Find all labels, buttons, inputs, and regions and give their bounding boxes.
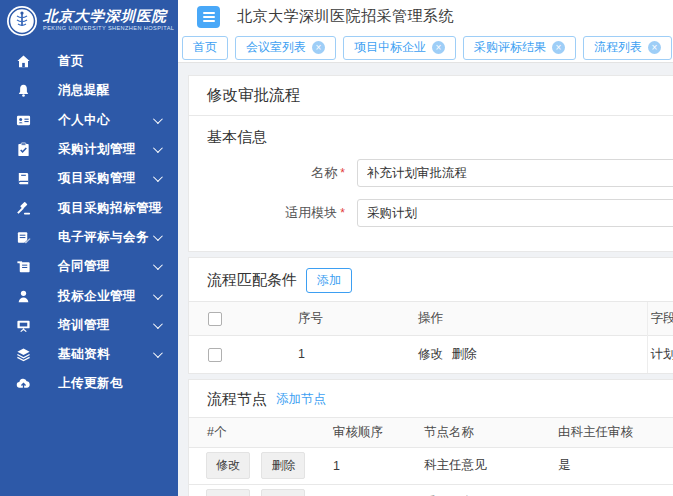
chevron-down-icon	[153, 143, 163, 153]
match-conditions-table: 序号 操作 字段 1 修改 删除 计划	[189, 301, 673, 373]
user-icon	[15, 288, 31, 304]
sidebar-item-home[interactable]: 首页	[0, 47, 178, 76]
form-row-module: 适用模块	[207, 199, 673, 227]
edit-node-button[interactable]: 修改	[206, 489, 250, 496]
table-row: 修改 删除 2 采购员意见 否	[189, 484, 673, 496]
chevron-down-icon	[153, 172, 163, 182]
tab-label: 采购评标结果	[474, 39, 546, 56]
sidebar-item-label: 项目采购招标管理	[58, 200, 162, 217]
page-title-row: 修改审批流程	[189, 76, 673, 116]
sidebar-item-project-purchase-mgmt[interactable]: 项目采购管理	[0, 164, 178, 193]
sidebar-item-messages[interactable]: 消息提醒	[0, 76, 178, 105]
table-row: 修改 删除 1 科主任意见 是	[189, 447, 673, 484]
id-card-icon	[15, 112, 31, 128]
sidebar-item-label: 项目采购管理	[58, 170, 136, 187]
sidebar-item-label: 消息提醒	[58, 82, 110, 99]
app-window: 北京大学深圳医院 PEKING UNIVERSITY SHENZHEN HOSP…	[0, 0, 673, 496]
sidebar-item-project-bidding-mgmt[interactable]: 项目采购招标管理	[0, 193, 178, 222]
node-name: 采购员意见	[400, 484, 534, 496]
delete-node-button[interactable]: 删除	[261, 452, 305, 479]
node-order: 2	[309, 484, 400, 496]
sidebar-item-label: 首页	[58, 53, 84, 70]
sidebar-item-training-mgmt[interactable]: 培训管理	[0, 311, 178, 340]
column-header-dept-head-review: 由科主任审核	[534, 417, 673, 447]
sidebar-nav: 首页 消息提醒 个人中心 采购计划管理 项目采购管理	[0, 42, 178, 399]
hospital-logo-icon	[6, 5, 38, 37]
chevron-down-icon	[153, 231, 163, 241]
module-field-label: 适用模块	[207, 204, 349, 222]
add-condition-button[interactable]: 添加	[306, 268, 352, 293]
table-header-row: #个 审核顺序 节点名称 由科主任审核	[189, 417, 673, 447]
tab-label: 会议室列表	[246, 39, 306, 56]
layers-icon	[15, 347, 31, 363]
hamburger-icon	[203, 16, 215, 18]
sidebar-item-personal-center[interactable]: 个人中心	[0, 106, 178, 135]
tab-meeting-room-list[interactable]: 会议室列表	[235, 36, 336, 60]
chevron-down-icon	[153, 114, 163, 124]
sidebar-item-contract-mgmt[interactable]: 合同管理	[0, 252, 178, 281]
book-icon	[15, 171, 31, 187]
column-header-actions: 操作	[399, 302, 647, 336]
column-header-node-name: 节点名称	[400, 417, 534, 447]
tab-home[interactable]: 首页	[182, 36, 228, 60]
main-area: 北京大学深圳医院招采管理系统 首页 会议室列表 项目中标企业 采购评标结果 流程…	[178, 0, 673, 496]
sidebar-item-label: 基础资料	[58, 346, 110, 363]
sidebar-item-label: 培训管理	[58, 317, 110, 334]
home-icon	[15, 54, 31, 70]
match-conditions-card: 流程匹配条件 添加 序号 操作 字段	[188, 257, 673, 374]
dept-head-review-value: 是	[534, 447, 673, 484]
sidebar-item-label: 投标企业管理	[58, 288, 136, 305]
process-nodes-table: #个 审核顺序 节点名称 由科主任审核 修改 删除 1	[189, 417, 673, 496]
sidebar: 北京大学深圳医院 PEKING UNIVERSITY SHENZHEN HOSP…	[0, 0, 178, 496]
sidebar-item-basic-data[interactable]: 基础资料	[0, 340, 178, 369]
sidebar-item-upload-update-package[interactable]: 上传更新包	[0, 369, 178, 398]
select-all-checkbox[interactable]	[208, 312, 222, 326]
tab-close-icon[interactable]	[432, 41, 445, 54]
basic-info-title: 基本信息	[207, 128, 267, 147]
tab-close-icon[interactable]	[312, 41, 325, 54]
gavel-icon	[15, 200, 31, 216]
sidebar-item-purchase-plan-mgmt[interactable]: 采购计划管理	[0, 135, 178, 164]
node-name: 科主任意见	[400, 447, 534, 484]
edit-link[interactable]: 修改	[418, 347, 443, 361]
column-header-field: 字段	[647, 302, 673, 336]
name-field[interactable]	[357, 159, 673, 187]
hospital-name-zh: 北京大学深圳医院	[43, 9, 174, 24]
match-conditions-title: 流程匹配条件	[207, 271, 297, 290]
row-checkbox[interactable]	[208, 348, 222, 362]
module-field[interactable]	[357, 199, 673, 227]
add-node-link[interactable]: 添加节点	[276, 391, 326, 408]
delete-link[interactable]: 删除	[451, 347, 476, 361]
sidebar-item-e-evaluation-meetings[interactable]: 电子评标与会务	[0, 223, 178, 252]
process-nodes-title: 流程节点	[207, 390, 267, 409]
column-header-count: #个	[189, 417, 309, 447]
dept-head-review-value: 否	[534, 484, 673, 496]
contract-icon	[15, 259, 31, 275]
edit-node-button[interactable]: 修改	[206, 452, 250, 479]
tab-purchase-evaluation-results[interactable]: 采购评标结果	[463, 36, 576, 60]
tab-project-winning-companies[interactable]: 项目中标企业	[343, 36, 456, 60]
node-order: 1	[309, 447, 400, 484]
tab-close-icon[interactable]	[552, 41, 565, 54]
cloud-upload-icon	[15, 376, 31, 392]
column-header-index: 序号	[279, 302, 399, 336]
row-field-value: 计划类型	[647, 336, 673, 373]
page-title: 修改审批流程	[207, 86, 300, 103]
form-row-name: 名称	[207, 159, 673, 187]
process-nodes-header: 流程节点 添加节点	[189, 380, 673, 417]
hamburger-menu-button[interactable]	[197, 6, 220, 28]
tab-close-icon[interactable]	[648, 41, 661, 54]
row-index: 1	[279, 336, 399, 373]
table-header-row: 序号 操作 字段	[189, 302, 673, 336]
tab-label: 首页	[193, 39, 217, 56]
sidebar-item-label: 合同管理	[58, 258, 110, 275]
delete-node-button[interactable]: 删除	[261, 489, 305, 496]
chevron-down-icon	[153, 290, 163, 300]
process-nodes-card: 流程节点 添加节点 #个 审核顺序 节点名称 由科主任审核	[188, 379, 673, 496]
tablet-edit-icon	[15, 229, 31, 245]
tab-process-list[interactable]: 流程列表	[583, 36, 672, 60]
match-conditions-header: 流程匹配条件 添加	[189, 258, 673, 301]
chevron-down-icon	[153, 260, 163, 270]
tab-label: 流程列表	[594, 39, 642, 56]
sidebar-item-bidder-company-mgmt[interactable]: 投标企业管理	[0, 281, 178, 310]
